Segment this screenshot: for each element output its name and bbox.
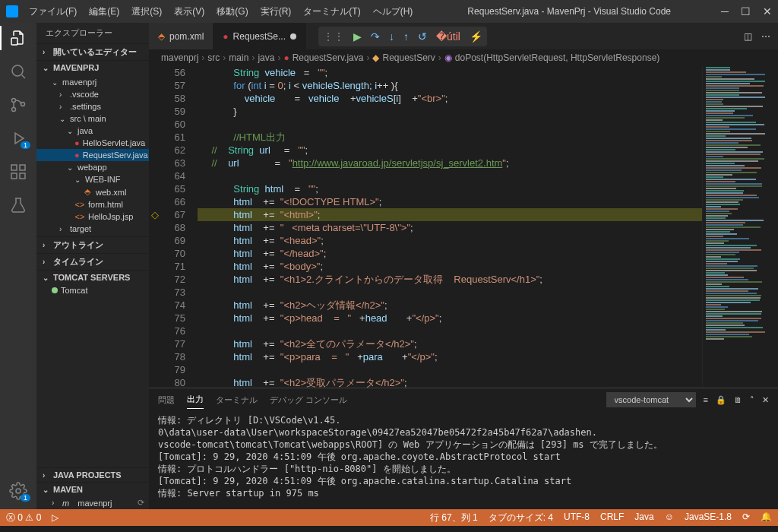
modified-dot-icon <box>290 33 296 40</box>
svg-point-2 <box>12 108 16 112</box>
tree-formhtml[interactable]: <>form.html <box>36 198 149 211</box>
status-feedback-icon[interactable]: ☺ <box>665 511 674 524</box>
bottom-panel: 問題 出力 ターミナル デバッグ コンソール vscode-tomcat ≡ 🔒… <box>149 388 778 509</box>
status-line-col[interactable]: 行 67、列 1 <box>430 511 478 524</box>
search-icon[interactable] <box>9 62 27 81</box>
menu-go[interactable]: 移動(G) <box>212 2 252 21</box>
tree-srcmain[interactable]: ⌄src \ main <box>36 112 149 125</box>
maven-project-item[interactable]: ›m mavenprj⟳ <box>36 496 149 509</box>
extensions-icon[interactable] <box>9 163 27 181</box>
restart-icon[interactable]: ↺ <box>418 30 427 43</box>
status-bell-icon[interactable]: 🔔 <box>761 511 772 524</box>
status-language[interactable]: Java <box>634 511 653 524</box>
status-eol[interactable]: CRLF <box>600 511 624 524</box>
menu-terminal[interactable]: ターミナル(T) <box>299 2 365 21</box>
clear-output-icon[interactable]: ≡ <box>704 395 708 404</box>
tree-settings[interactable]: ›.settings <box>36 100 149 112</box>
minimize-button[interactable]: ─ <box>721 5 729 17</box>
tree-mavenprj[interactable]: ⌄mavenprj <box>36 76 149 88</box>
svg-rect-5 <box>11 173 17 179</box>
status-encoding[interactable]: UTF-8 <box>564 511 590 524</box>
tree-helloservlet[interactable]: ●HelloServlet.java <box>36 137 149 149</box>
split-editor-icon[interactable]: ◫ <box>744 31 752 42</box>
hot-reload-icon[interactable]: ⚡ <box>470 30 482 43</box>
step-over-icon[interactable]: ↷ <box>371 30 380 43</box>
menu-view[interactable]: 表示(V) <box>169 2 209 21</box>
output-content[interactable]: 情報: ディレクトリ [D:\VSCode\v1.45. 0\data\user… <box>149 411 778 509</box>
drag-grip-icon[interactable]: ⋮⋮ <box>323 30 344 43</box>
more-actions-icon[interactable]: ⋯ <box>761 31 770 42</box>
status-sync-icon[interactable]: ⟳ <box>742 511 750 524</box>
panel-close-icon[interactable]: ✕ <box>762 395 769 405</box>
outline-header[interactable]: ›アウトライン <box>36 236 149 253</box>
lock-scroll-icon[interactable]: 🔒 <box>716 395 726 405</box>
open-editors-header[interactable]: ›開いているエディター <box>36 43 149 60</box>
disconnect-icon[interactable]: �útil <box>436 30 460 43</box>
test-icon[interactable] <box>9 196 27 214</box>
run-debug-icon[interactable]: 1 <box>9 129 27 147</box>
menu-selection[interactable]: 選択(S) <box>127 2 166 21</box>
minimap[interactable] <box>702 66 778 388</box>
debug-toolbar[interactable]: ⋮⋮ ▶ ↷ ↓ ↑ ↺ �útil ⚡ <box>318 27 487 46</box>
code-editor[interactable]: ◇ 56575859606162636465666768697071727374… <box>149 66 778 388</box>
status-jdk[interactable]: JavaSE-1.8 <box>685 511 732 524</box>
window-title: RequestServ.java - MavenPrj - Visual Stu… <box>417 6 721 17</box>
open-log-icon[interactable]: 🗎 <box>734 395 742 404</box>
tree-java[interactable]: ⌄java <box>36 125 149 137</box>
status-tabsize[interactable]: タブのサイズ: 4 <box>489 511 553 524</box>
close-button[interactable]: ✕ <box>763 5 772 17</box>
source-control-icon[interactable] <box>9 96 27 114</box>
continue-icon[interactable]: ▶ <box>353 30 362 43</box>
svg-rect-6 <box>20 173 25 179</box>
svg-point-8 <box>16 489 21 493</box>
output-channel-select[interactable]: vscode-tomcat <box>606 392 696 407</box>
maximize-button[interactable]: ☐ <box>741 5 751 17</box>
tomcat-server-item[interactable]: Tomcat <box>36 284 149 296</box>
tree-webxml[interactable]: ⬘web.xml <box>36 185 149 198</box>
tree-target[interactable]: ›target <box>36 223 149 235</box>
timeline-header[interactable]: ›タイムライン <box>36 253 149 270</box>
titlebar: ファイル(F) 編集(E) 選択(S) 表示(V) 移動(G) 実行(R) ター… <box>0 0 778 23</box>
panel-tab-terminal[interactable]: ターミナル <box>216 391 258 409</box>
sidebar: エクスプローラー ›開いているエディター ⌄MAVENPRJ ⌄mavenprj… <box>36 23 149 509</box>
vscode-icon <box>6 5 18 17</box>
status-dot-icon <box>52 287 58 293</box>
breadcrumb[interactable]: mavenprj› src› main› java› ●RequestServ.… <box>149 49 778 66</box>
tree-hellojsp[interactable]: <>HelloJsp.jsp <box>36 211 149 223</box>
svg-point-1 <box>12 99 16 103</box>
statusbar: ⓧ 0 ⚠ 0 ▷ 行 67、列 1 タブのサイズ: 4 UTF-8 CRLF … <box>0 509 778 526</box>
tab-requestserv[interactable]: ●RequestSe... <box>213 23 306 49</box>
java-projects-header[interactable]: ›JAVA PROJECTS <box>36 467 149 482</box>
tree-vscode[interactable]: ›.vscode <box>36 88 149 100</box>
menu-file[interactable]: ファイル(F) <box>24 2 81 21</box>
step-into-icon[interactable]: ↓ <box>389 30 394 43</box>
maven-header[interactable]: ⌄MAVEN <box>36 482 149 496</box>
svg-point-0 <box>12 65 23 76</box>
tab-pom[interactable]: ⬘pom.xml <box>149 23 213 49</box>
panel-tab-debug[interactable]: デバッグ コンソール <box>270 391 347 409</box>
step-out-icon[interactable]: ↑ <box>403 30 409 43</box>
panel-collapse-icon[interactable]: ˄ <box>750 395 754 405</box>
svg-rect-4 <box>11 165 17 170</box>
sidebar-title: エクスプローラー <box>36 23 149 43</box>
menubar: ファイル(F) 編集(E) 選択(S) 表示(V) 移動(G) 実行(R) ター… <box>24 2 417 21</box>
tree-webapp[interactable]: ⌄webapp <box>36 161 149 173</box>
explorer-icon[interactable] <box>9 29 27 47</box>
tomcat-header[interactable]: ⌄TOMCAT SERVERS <box>36 270 149 284</box>
activitybar: 1 1 <box>0 23 36 509</box>
editor-area: ⬘pom.xml ●RequestSe... ⋮⋮ ▶ ↷ ↓ ↑ ↺ �úti… <box>149 23 778 509</box>
editor-tabs: ⬘pom.xml ●RequestSe... ⋮⋮ ▶ ↷ ↓ ↑ ↺ �úti… <box>149 23 778 49</box>
status-errors[interactable]: ⓧ 0 ⚠ 0 <box>6 511 41 524</box>
menu-help[interactable]: ヘルプ(H) <box>368 2 418 21</box>
tree-requestserv[interactable]: ●RequestServ.java <box>36 149 149 161</box>
settings-icon[interactable]: 1 <box>9 482 27 500</box>
status-debug-start[interactable]: ▷ <box>52 512 59 523</box>
svg-rect-7 <box>20 165 25 170</box>
tree-webinf[interactable]: ⌄WEB-INF <box>36 173 149 185</box>
panel-tab-problems[interactable]: 問題 <box>158 391 175 409</box>
menu-run[interactable]: 実行(R) <box>256 2 296 21</box>
panel-tab-output[interactable]: 出力 <box>187 391 204 409</box>
project-header[interactable]: ⌄MAVENPRJ <box>36 60 149 74</box>
menu-edit[interactable]: 編集(E) <box>84 2 124 21</box>
